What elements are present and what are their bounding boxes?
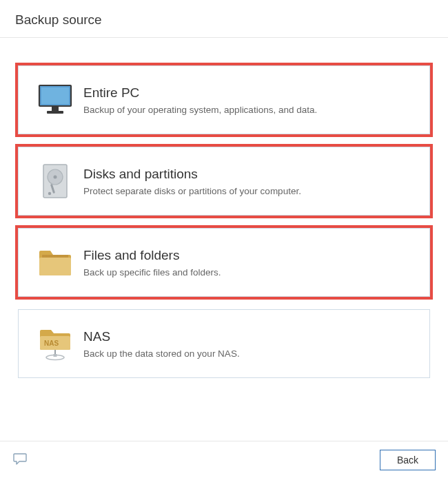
option-entire-pc[interactable]: Entire PC Backup of your operating syste… [18, 65, 430, 134]
option-text: NAS Back up the data stored on your NAS. [79, 329, 417, 359]
monitor-icon [31, 84, 79, 116]
folder-icon [31, 248, 79, 277]
page-title: Backup source [15, 12, 433, 28]
option-nas[interactable]: NAS NAS Back up the data stored on your … [18, 309, 430, 378]
option-title: NAS [83, 329, 417, 344]
svg-text:NAS: NAS [44, 340, 59, 347]
svg-point-8 [48, 192, 51, 195]
back-button[interactable]: Back [380, 450, 436, 470]
option-text: Entire PC Backup of your operating syste… [79, 85, 417, 115]
options-list: Entire PC Backup of your operating syste… [0, 38, 448, 441]
svg-rect-22 [54, 354, 57, 357]
option-files-folders[interactable]: Files and folders Back up specific files… [18, 228, 430, 297]
option-title: Entire PC [83, 85, 417, 101]
option-desc: Protect separate disks or partitions of … [83, 186, 417, 196]
dialog-header: Backup source [0, 0, 448, 38]
option-title: Files and folders [83, 248, 417, 263]
option-desc: Back up specific files and folders. [83, 267, 417, 278]
option-text: Disks and partitions Protect separate di… [79, 167, 417, 196]
option-title: Disks and partitions [83, 167, 417, 182]
option-wrapper-nas: NAS NAS Back up the data stored on your … [15, 306, 433, 381]
svg-rect-2 [52, 106, 59, 111]
nas-folder-icon: NAS [31, 326, 79, 361]
option-desc: Back up the data stored on your NAS. [83, 348, 417, 359]
option-text: Files and folders Back up specific files… [79, 248, 417, 278]
hard-disk-icon [31, 163, 79, 199]
chat-icon[interactable] [12, 452, 28, 468]
option-desc: Backup of your operating system, applica… [83, 105, 417, 115]
svg-rect-1 [41, 87, 69, 104]
option-wrapper-disks: Disks and partitions Protect separate di… [15, 144, 433, 218]
svg-rect-3 [47, 111, 63, 114]
option-wrapper-files: Files and folders Back up specific files… [15, 225, 433, 300]
svg-point-6 [54, 176, 57, 179]
option-wrapper-entire-pc: Entire PC Backup of your operating syste… [15, 63, 433, 137]
option-disks-partitions[interactable]: Disks and partitions Protect separate di… [18, 147, 430, 216]
dialog-footer: Back [0, 441, 448, 480]
